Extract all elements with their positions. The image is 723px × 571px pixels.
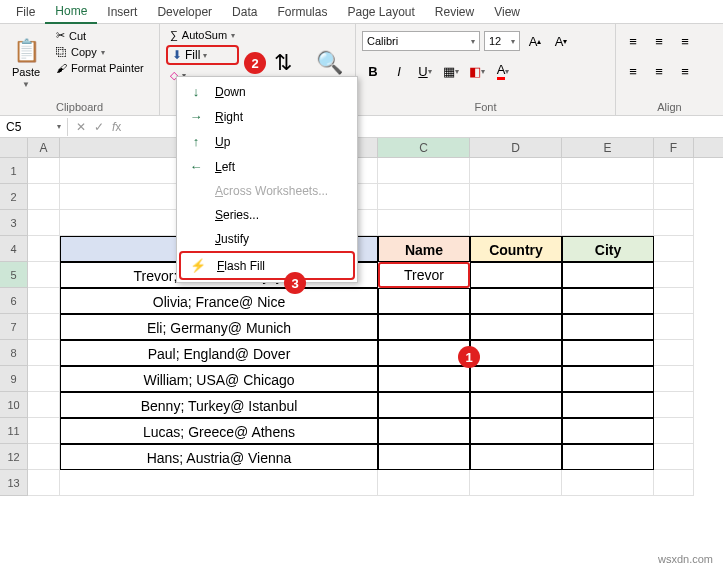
clipboard-icon: 📋 xyxy=(13,38,40,64)
chevron-down-icon: ▾ xyxy=(203,51,207,60)
fill-justify-item[interactable]: Justify xyxy=(179,227,355,251)
scissors-icon: ✂ xyxy=(56,29,65,42)
tab-home[interactable]: Home xyxy=(45,0,97,24)
tab-data[interactable]: Data xyxy=(222,1,267,23)
font-name-select[interactable]: Calibri▾ xyxy=(362,31,480,51)
align-top-button[interactable]: ≡ xyxy=(622,30,644,52)
col-header-C[interactable]: C xyxy=(378,138,470,157)
arrow-left-icon: ← xyxy=(187,159,205,174)
formula-bar: C5▾ ✕ ✓ fx xyxy=(0,116,723,138)
tab-file[interactable]: File xyxy=(6,1,45,23)
watermark: wsxdn.com xyxy=(658,553,713,565)
table-header[interactable]: Name xyxy=(378,236,470,262)
cancel-icon[interactable]: ✕ xyxy=(76,120,86,134)
row-header[interactable]: 6 xyxy=(0,288,28,314)
flash-fill-item[interactable]: ⚡Flash Fill xyxy=(179,251,355,280)
col-header-A[interactable]: A xyxy=(28,138,60,157)
selected-cell[interactable]: Trevor xyxy=(378,262,470,288)
row-header[interactable]: 13 xyxy=(0,470,28,496)
sigma-icon: ∑ xyxy=(170,29,178,41)
increase-font-button[interactable]: A▴ xyxy=(524,30,546,52)
fill-button[interactable]: ⬇ Fill ▾ xyxy=(166,45,239,65)
ribbon: 📋 Paste ▼ ✂Cut ⿻Copy▾ 🖌Format Painter Cl… xyxy=(0,24,723,116)
table-cell[interactable]: Lucas; Greece@ Athens xyxy=(60,418,378,444)
table-cell[interactable]: Paul; England@ Dover xyxy=(60,340,378,366)
row-header[interactable]: 7 xyxy=(0,314,28,340)
format-painter-button[interactable]: 🖌Format Painter xyxy=(52,61,148,75)
row-header[interactable]: 3 xyxy=(0,210,28,236)
fill-dropdown-menu: ↓Down →Right ↑Up ←Left Across Worksheets… xyxy=(176,76,358,283)
row-header[interactable]: 4 xyxy=(0,236,28,262)
table-cell[interactable]: Hans; Austria@ Vienna xyxy=(60,444,378,470)
paste-button[interactable]: 📋 Paste ▼ xyxy=(6,28,46,99)
align-bottom-button[interactable]: ≡ xyxy=(674,30,696,52)
brush-icon: 🖌 xyxy=(56,62,67,74)
font-size-select[interactable]: 12▾ xyxy=(484,31,520,51)
table-cell[interactable]: William; USA@ Chicago xyxy=(60,366,378,392)
row-header[interactable]: 11 xyxy=(0,418,28,444)
tab-pagelayout[interactable]: Page Layout xyxy=(337,1,424,23)
align-center-button[interactable]: ≡ xyxy=(648,60,670,82)
table-cell[interactable]: Eli; Germany@ Munich xyxy=(60,314,378,340)
paste-label: Paste xyxy=(12,66,40,78)
fill-right-item[interactable]: →Right xyxy=(179,104,355,129)
enter-icon[interactable]: ✓ xyxy=(94,120,104,134)
italic-button[interactable]: I xyxy=(388,60,410,82)
worksheet-grid: A B C D E F 1 2lash Fill Option 3 4NameN… xyxy=(0,138,723,496)
flash-fill-icon: ⚡ xyxy=(189,258,207,273)
fx-icon[interactable]: fx xyxy=(112,120,121,134)
row-header[interactable]: 1 xyxy=(0,158,28,184)
copy-icon: ⿻ xyxy=(56,46,67,58)
align-left-button[interactable]: ≡ xyxy=(622,60,644,82)
cut-button[interactable]: ✂Cut xyxy=(52,28,148,43)
table-cell[interactable]: Benny; Turkey@ Istanbul xyxy=(60,392,378,418)
autosum-button[interactable]: ∑AutoSum▾ xyxy=(166,28,239,42)
select-all-corner[interactable] xyxy=(0,138,28,157)
align-right-button[interactable]: ≡ xyxy=(674,60,696,82)
fill-across-item: Across Worksheets... xyxy=(179,179,355,203)
fill-down-item[interactable]: ↓Down xyxy=(179,79,355,104)
decrease-font-button[interactable]: A▾ xyxy=(550,30,572,52)
group-label-clipboard: Clipboard xyxy=(6,99,153,113)
tab-view[interactable]: View xyxy=(484,1,530,23)
align-middle-button[interactable]: ≡ xyxy=(648,30,670,52)
border-button[interactable]: ▦▾ xyxy=(440,60,462,82)
tab-formulas[interactable]: Formulas xyxy=(267,1,337,23)
tab-insert[interactable]: Insert xyxy=(97,1,147,23)
fill-color-button[interactable]: ◧▾ xyxy=(466,60,488,82)
arrow-down-icon: ↓ xyxy=(187,84,205,99)
row-header[interactable]: 10 xyxy=(0,392,28,418)
arrow-up-icon: ↑ xyxy=(187,134,205,149)
table-header[interactable]: Country xyxy=(470,236,562,262)
row-header[interactable]: 9 xyxy=(0,366,28,392)
fill-down-icon: ⬇ xyxy=(172,48,182,62)
row-header[interactable]: 5 xyxy=(0,262,28,288)
callout-2: 2 xyxy=(244,52,266,74)
callout-1: 1 xyxy=(458,346,480,368)
table-cell[interactable]: Olivia; France@ Nice xyxy=(60,288,378,314)
row-header[interactable]: 8 xyxy=(0,340,28,366)
tab-developer[interactable]: Developer xyxy=(147,1,222,23)
group-label-font: Font xyxy=(362,99,609,113)
arrow-right-icon: → xyxy=(187,109,205,124)
fill-series-item[interactable]: Series... xyxy=(179,203,355,227)
col-header-E[interactable]: E xyxy=(562,138,654,157)
col-header-F[interactable]: F xyxy=(654,138,694,157)
bold-button[interactable]: B xyxy=(362,60,384,82)
col-header-D[interactable]: D xyxy=(470,138,562,157)
copy-button[interactable]: ⿻Copy▾ xyxy=(52,45,148,59)
underline-button[interactable]: U▾ xyxy=(414,60,436,82)
group-label-alignment: Align xyxy=(622,99,717,113)
fill-left-item[interactable]: ←Left xyxy=(179,154,355,179)
chevron-down-icon: ▼ xyxy=(22,80,30,89)
name-box[interactable]: C5▾ xyxy=(0,118,68,136)
row-header[interactable]: 12 xyxy=(0,444,28,470)
callout-3: 3 xyxy=(284,272,306,294)
font-color-button[interactable]: A▾ xyxy=(492,60,514,82)
row-header[interactable]: 2 xyxy=(0,184,28,210)
search-icon: 🔍 xyxy=(316,50,343,76)
fill-up-item[interactable]: ↑Up xyxy=(179,129,355,154)
sort-icon: ⇅ xyxy=(274,50,292,76)
tab-review[interactable]: Review xyxy=(425,1,484,23)
table-header[interactable]: City xyxy=(562,236,654,262)
